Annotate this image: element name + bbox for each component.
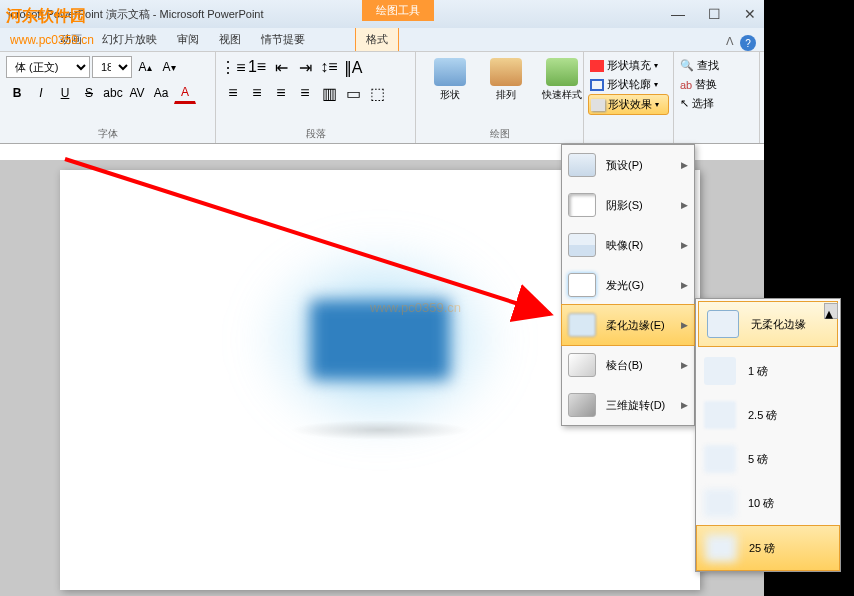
italic-button[interactable]: I <box>30 82 52 104</box>
rotation-3d-icon <box>568 393 596 417</box>
tab-animation[interactable]: 动画 <box>50 28 92 51</box>
effect-bevel[interactable]: 棱台(B)▶ <box>562 345 694 385</box>
effect-soft-edges[interactable]: 柔化边缘(E)▶ <box>561 304 695 346</box>
select-button[interactable]: ↖ 选择 <box>678 94 755 113</box>
shape-style-group: 形状填充▾ 形状轮廓▾ 形状效果▾ <box>584 52 674 143</box>
close-button[interactable]: ✕ <box>740 4 760 24</box>
ribbon: 体 (正文) 18 A▴ A▾ B I U S abc AV Aa A 字体 ⋮… <box>0 52 764 144</box>
strikethrough-button[interactable]: S <box>78 82 100 104</box>
quick-style-icon <box>546 58 578 86</box>
effects-icon <box>591 99 605 111</box>
shapes-button[interactable]: 形状 <box>428 58 472 102</box>
fill-icon <box>590 60 604 72</box>
find-button[interactable]: 🔍 查找 <box>678 56 755 75</box>
soft-5pt-icon <box>704 445 736 473</box>
replace-button[interactable]: ab 替换 <box>678 75 755 94</box>
drawing-group-label: 绘图 <box>490 127 510 141</box>
editing-group: 🔍 查找 ab 替换 ↖ 选择 <box>674 52 760 143</box>
effect-3d-rotation[interactable]: 三维旋转(D)▶ <box>562 385 694 425</box>
tab-format[interactable]: 格式 <box>355 27 399 51</box>
quick-style-button[interactable]: 快速样式 <box>540 58 584 102</box>
indent-decrease-button[interactable]: ⇤ <box>270 56 292 78</box>
shadow-icon <box>568 193 596 217</box>
bullets-button[interactable]: ⋮≡ <box>222 56 244 78</box>
shape-preview[interactable] <box>280 270 480 410</box>
effect-preset[interactable]: 预设(P)▶ <box>562 145 694 185</box>
shape-effects-menu: 预设(P)▶ 阴影(S)▶ 映像(R)▶ 发光(G)▶ 柔化边缘(E)▶ 棱台(… <box>561 144 695 426</box>
soft-edge-1pt[interactable]: 1 磅 <box>696 349 840 393</box>
align-center-button[interactable]: ≡ <box>246 82 268 104</box>
soft-edge-none[interactable]: 无柔化边缘 <box>698 301 838 347</box>
font-size-select[interactable]: 18 <box>92 56 132 78</box>
line-spacing-button[interactable]: ↕≡ <box>318 56 340 78</box>
soft-edge-10pt[interactable]: 10 磅 <box>696 481 840 525</box>
effect-glow[interactable]: 发光(G)▶ <box>562 265 694 305</box>
indent-increase-button[interactable]: ⇥ <box>294 56 316 78</box>
tab-slideshow[interactable]: 幻灯片放映 <box>92 28 167 51</box>
glow-icon <box>568 273 596 297</box>
increase-font-icon[interactable]: A▴ <box>134 56 156 78</box>
tab-view[interactable]: 视图 <box>209 28 251 51</box>
shape-outline-button[interactable]: 形状轮廓▾ <box>588 75 669 94</box>
effect-shadow[interactable]: 阴影(S)▶ <box>562 185 694 225</box>
drawing-group: 形状 排列 快速样式 绘图 <box>416 52 584 143</box>
soft-none-icon <box>707 310 739 338</box>
font-family-select[interactable]: 体 (正文) <box>6 56 90 78</box>
scrollbar-up[interactable]: ▴ <box>824 303 838 319</box>
ribbon-tabs: 动画 幻灯片放映 审阅 视图 情节提要 格式 ᐱ ? <box>0 28 764 52</box>
drawing-tools-tab-group: 绘图工具 <box>362 0 434 21</box>
smartart-button[interactable]: ⬚ <box>366 82 388 104</box>
find-icon: 🔍 <box>680 59 694 72</box>
shape-fill-button[interactable]: 形状填充▾ <box>588 56 669 75</box>
center-watermark: www.pc0359.cn <box>370 300 461 315</box>
collapse-ribbon-icon[interactable]: ᐱ <box>726 35 734 51</box>
underline-button[interactable]: U <box>54 82 76 104</box>
preset-icon <box>568 153 596 177</box>
outline-icon <box>590 79 604 91</box>
select-icon: ↖ <box>680 97 689 110</box>
align-right-button[interactable]: ≡ <box>270 82 292 104</box>
soft-edges-submenu: ▴ 无柔化边缘 1 磅 2.5 磅 5 磅 10 磅 25 磅 <box>695 298 841 572</box>
font-group: 体 (正文) 18 A▴ A▾ B I U S abc AV Aa A 字体 <box>0 52 216 143</box>
arrange-icon <box>490 58 522 86</box>
effect-reflection[interactable]: 映像(R)▶ <box>562 225 694 265</box>
soft-edge-5pt[interactable]: 5 磅 <box>696 437 840 481</box>
window-title: icrosoft PowerPoint 演示文稿 - Microsoft Pow… <box>4 7 668 22</box>
tab-story[interactable]: 情节提要 <box>251 28 315 51</box>
bevel-icon <box>568 353 596 377</box>
help-icon[interactable]: ? <box>740 35 756 51</box>
paragraph-group: ⋮≡ 1≡ ⇤ ⇥ ↕≡ ‖A ≡ ≡ ≡ ≡ ▥ ▭ ⬚ 段落 <box>216 52 416 143</box>
numbering-button[interactable]: 1≡ <box>246 56 268 78</box>
align-left-button[interactable]: ≡ <box>222 82 244 104</box>
font-group-label: 字体 <box>98 127 118 141</box>
reflection-icon <box>568 233 596 257</box>
soft-edge-2-5pt[interactable]: 2.5 磅 <box>696 393 840 437</box>
bold-button[interactable]: B <box>6 82 28 104</box>
soft-edge-25pt[interactable]: 25 磅 <box>696 525 840 571</box>
soft-1pt-icon <box>704 357 736 385</box>
replace-icon: ab <box>680 79 692 91</box>
soft-edges-icon <box>568 313 596 337</box>
paragraph-group-label: 段落 <box>306 127 326 141</box>
maximize-button[interactable]: ☐ <box>704 4 724 24</box>
columns-button[interactable]: ▥ <box>318 82 340 104</box>
arrange-button[interactable]: 排列 <box>484 58 528 102</box>
align-text-button[interactable]: ▭ <box>342 82 364 104</box>
shapes-icon <box>434 58 466 86</box>
text-direction-button[interactable]: ‖A <box>342 56 364 78</box>
minimize-button[interactable]: — <box>668 4 688 24</box>
case-button[interactable]: Aa <box>150 82 172 104</box>
tab-review[interactable]: 审阅 <box>167 28 209 51</box>
titlebar: icrosoft PowerPoint 演示文稿 - Microsoft Pow… <box>0 0 764 28</box>
decrease-font-icon[interactable]: A▾ <box>158 56 180 78</box>
spacing-button[interactable]: AV <box>126 82 148 104</box>
soft-25pt-icon <box>705 534 737 562</box>
soft-2-5pt-icon <box>704 401 736 429</box>
soft-10pt-icon <box>704 489 736 517</box>
font-color-button[interactable]: A <box>174 82 196 104</box>
shape-effects-button[interactable]: 形状效果▾ <box>588 94 669 115</box>
shadow-button[interactable]: abc <box>102 82 124 104</box>
justify-button[interactable]: ≡ <box>294 82 316 104</box>
